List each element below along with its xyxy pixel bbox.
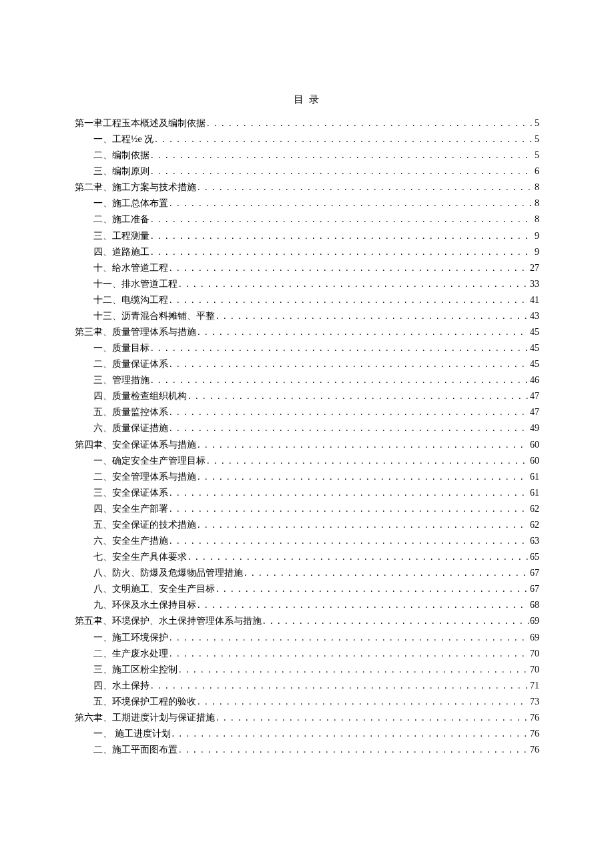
toc-entry: 一、施工总体布置8 — [75, 195, 539, 211]
toc-entry: 五、质量监控体系47 — [75, 404, 539, 420]
toc-entry-page: 62 — [529, 517, 539, 533]
toc-entry-page: 45 — [529, 324, 539, 340]
toc-entry: 二、生产废水处理70 — [75, 646, 539, 662]
toc-entry-page: 61 — [529, 469, 539, 485]
toc-entry-page: 43 — [529, 308, 539, 324]
toc-entry-label: 三、管理措施 — [93, 372, 151, 388]
toc-entry: 第三聿、质量管理体系与措施45 — [75, 324, 539, 340]
toc-entry-label: 一、施工总体布置 — [93, 195, 170, 211]
toc-leader-dots — [179, 742, 529, 758]
toc-entry: 五、安全保证的技术措施62 — [75, 517, 539, 533]
toc-leader-dots — [198, 597, 529, 613]
toc-entry-label: 十、给水管道工程 — [93, 260, 170, 276]
toc-entry-page: 45 — [529, 356, 539, 372]
toc-leader-dots — [170, 292, 529, 308]
toc-entry-label: 四、水土保持 — [93, 678, 151, 694]
toc-entry-page: 27 — [529, 260, 539, 276]
toc-leader-dots — [216, 710, 529, 726]
toc-entry-page: 47 — [529, 404, 539, 420]
toc-leader-dots — [151, 211, 533, 228]
toc-entry: 四、质量检查组织机构47 — [75, 388, 539, 404]
toc-leader-dots — [170, 533, 529, 549]
toc-entry-page: 5 — [533, 115, 539, 131]
toc-entry-page: 5 — [533, 147, 539, 163]
toc-entry-page: 69 — [529, 630, 539, 646]
toc-entry-page: 9 — [533, 228, 539, 244]
toc-leader-dots — [244, 565, 529, 581]
toc-entry-label: 第六聿、工期进度计划与保证措施 — [75, 710, 216, 726]
toc-leader-dots — [170, 260, 529, 276]
toc-leader-dots — [151, 678, 529, 694]
toc-leader-dots — [151, 372, 529, 388]
toc-entry-page: 71 — [529, 678, 539, 694]
toc-entry-label: 一、工程½e 况 — [93, 131, 155, 147]
toc-entry-page: 6 — [533, 163, 539, 179]
toc-entry: 第四聿、安全保证体系与措施60 — [75, 437, 539, 453]
toc-leader-dots — [170, 195, 533, 211]
toc-entry: 第六聿、工期进度计划与保证措施76 — [75, 710, 539, 726]
toc-leader-dots — [198, 179, 533, 195]
toc-title: 目 录 — [75, 93, 539, 106]
toc-leader-dots — [151, 163, 533, 179]
toc-leader-dots — [216, 308, 529, 324]
toc-leader-dots — [198, 437, 529, 453]
toc-entry: 八、文明施工、安全生产目标67 — [75, 581, 539, 597]
toc-entry: 四、道路施工9 — [75, 244, 539, 260]
toc-entry-label: 五、安全保证的技术措施 — [93, 517, 198, 533]
toc-leader-dots — [170, 420, 529, 436]
toc-entry-label: 三、编制原则 — [93, 163, 151, 179]
toc-entry: 二、施工平面图布置76 — [75, 742, 539, 758]
toc-entry: 四、水土保持71 — [75, 678, 539, 694]
toc-leader-dots — [179, 276, 529, 292]
toc-container: 第一聿工程玉本概述及编制依据5一、工程½e 况5二、编制依据5三、编制原则6第二… — [75, 115, 539, 758]
toc-leader-dots — [207, 115, 533, 131]
toc-entry-page: 62 — [529, 501, 539, 517]
toc-leader-dots — [151, 228, 533, 244]
toc-entry-label: 五、环境保护工程的验收 — [93, 694, 198, 710]
toc-entry-label: 六、质量保证措施 — [93, 420, 170, 436]
toc-entry-page: 63 — [529, 533, 539, 549]
toc-entry-page: 70 — [529, 662, 539, 678]
toc-leader-dots — [198, 517, 529, 533]
toc-entry: 三、管理措施46 — [75, 372, 539, 388]
toc-entry-label: 三、工程测量 — [93, 228, 151, 244]
toc-entry: 六、安全生产措施63 — [75, 533, 539, 549]
toc-entry-page: 65 — [529, 549, 539, 565]
toc-leader-dots — [263, 613, 529, 629]
toc-entry-label: 十三、沥青混合料摊铺、平整 — [93, 308, 216, 324]
toc-entry: 八、防火、防爆及危爆物品管理措施67 — [75, 565, 539, 581]
toc-entry-label: 四、道路施工 — [93, 244, 151, 260]
toc-entry: 三、编制原则6 — [75, 163, 539, 179]
toc-leader-dots — [151, 147, 533, 163]
toc-entry-label: 二、编制依据 — [93, 147, 151, 163]
document-page: 目 录 第一聿工程玉本概述及编制依据5一、工程½e 况5二、编制依据5三、编制原… — [0, 0, 614, 868]
toc-entry-label: 一、施工环境保护 — [93, 630, 170, 646]
toc-entry-label: 一、 施工进度计划 — [93, 726, 172, 742]
toc-entry-label: 第三聿、质量管理体系与措施 — [75, 324, 198, 340]
toc-leader-dots — [170, 630, 529, 646]
toc-entry: 十三、沥青混合料摊铺、平整43 — [75, 308, 539, 324]
toc-entry: 一、确定安全生产管理目标60 — [75, 453, 539, 469]
toc-entry: 一、质量目标45 — [75, 340, 539, 356]
toc-entry: 二、安全管理体系与措施61 — [75, 469, 539, 485]
toc-entry-page: 33 — [529, 276, 539, 292]
toc-leader-dots — [170, 501, 529, 517]
toc-entry-page: 76 — [529, 726, 539, 742]
toc-entry-label: 二、施工平面图布置 — [93, 742, 179, 758]
toc-entry: 一、施工环境保护69 — [75, 630, 539, 646]
toc-entry-label: 六、安全生产措施 — [93, 533, 170, 549]
toc-entry-label: 一、确定安全生产管理目标 — [93, 453, 207, 469]
toc-leader-dots — [151, 244, 533, 260]
toc-entry: 三、安全保证体系61 — [75, 485, 539, 501]
toc-entry-page: 8 — [533, 211, 539, 228]
toc-entry-label: 九、环保及水土保持目标 — [93, 597, 198, 613]
toc-entry-page: 47 — [529, 388, 539, 404]
toc-entry: 二、施工准备8 — [75, 211, 539, 228]
toc-entry-page: 5 — [533, 131, 539, 147]
toc-entry-label: 第一聿工程玉本概述及编制依据 — [75, 115, 207, 131]
toc-entry: 二、质量保证体系45 — [75, 356, 539, 372]
toc-entry-label: 第二聿、施工方案与技术措施 — [75, 179, 198, 195]
toc-entry-label: 三、施工区粉尘控制 — [93, 662, 179, 678]
toc-leader-dots — [179, 662, 529, 678]
toc-entry-label: 第四聿、安全保证体系与措施 — [75, 437, 198, 453]
